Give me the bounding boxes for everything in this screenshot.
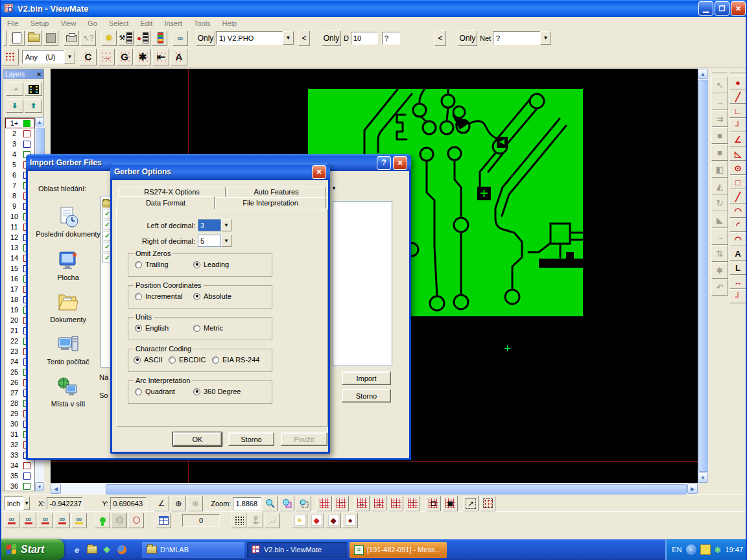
taskbar-task-messenger[interactable]: ≡ [191-482-091] - Mess... [350,542,447,558]
menu-item[interactable]: Tools [188,18,217,29]
scroll-right-icon[interactable]: ▶ [687,484,698,494]
radio-metric[interactable]: Metric [193,324,223,332]
layer-color-swatch[interactable] [23,120,30,127]
save-file-button[interactable] [43,30,58,46]
angle-measure-button[interactable]: ∠ [154,496,169,511]
dcode-filter-input[interactable]: ? [382,32,400,45]
layer-scroll-thumb[interactable] [36,128,45,158]
language-indicator[interactable]: EN [672,546,682,554]
layer-color-swatch[interactable] [23,483,30,490]
quicklaunch-folder-icon[interactable] [86,544,98,556]
radio-trailing[interactable]: Trailing [135,261,169,268]
radio-ascii[interactable]: ASCII [134,356,163,364]
layers-panel-titlebar[interactable]: Layers ✕ [3,69,43,79]
zoom-input[interactable]: 1.8868 [233,497,261,510]
pan-left-icon[interactable]: ← [354,496,370,511]
grid-origin-button[interactable]: ◻ [425,496,441,511]
layer-row[interactable]: 2 [5,128,34,139]
layer-row[interactable]: 36 [5,481,34,491]
quicklaunch-book-icon[interactable]: ❖ [101,544,113,556]
net-combo[interactable]: ? ▼ [493,31,551,45]
film-dcode-button[interactable]: ● [135,30,150,46]
view-menu-arrow-icon[interactable]: ▼ [331,185,337,191]
move-feature-tool-button[interactable]: → [711,228,728,245]
minimize-button[interactable]: ▁ [698,1,713,16]
view-pads-icon[interactable]: ∞ [4,513,19,528]
layer-row[interactable]: 34 [5,460,34,471]
radio-quadrant[interactable]: Quadrant [135,388,175,395]
new-file-button[interactable] [9,30,25,46]
toolbar-grip[interactable] [712,71,728,73]
arc-segment-tool-button[interactable]: ◜ [729,218,746,232]
layer-color-swatch[interactable] [23,462,30,469]
menu-item[interactable]: Select [103,18,135,29]
dcode-text-tool-button[interactable]: A [171,49,187,65]
radio-eia-rs244[interactable]: EIA RS-244 [212,356,259,364]
place-desktop[interactable]: Plocha [36,250,101,281]
ok-button[interactable]: OK [173,432,222,446]
mirror-vertical-tool-button[interactable]: ◭ [711,178,728,194]
grid-snap-button[interactable]: ▫ [333,496,349,511]
rectangle-tool-button[interactable]: □ [729,175,746,189]
gerber-dialog-titlebar[interactable]: Gerber Options ✕ [110,163,330,180]
layer-scroll-down-icon[interactable]: ▼ [35,482,44,491]
fill-layer-tool-button[interactable]: ■ [711,144,728,161]
diagonal-trace-tool-button[interactable]: ╱ [729,189,746,204]
prev-dcode-button[interactable]: < [434,30,446,46]
layer-row[interactable]: 1+ [5,118,34,128]
layer-color-swatch[interactable] [23,472,30,480]
dcode-c-tool-button[interactable]: C [80,49,97,65]
canvas-vscrollbar[interactable]: ▲ ▼ [698,69,708,483]
scroll-down-icon[interactable]: ▼ [698,472,708,483]
origin-button[interactable]: ⊕ [171,496,186,511]
layer-color-swatch[interactable] [23,130,30,137]
only-dcode-button[interactable]: Only [322,30,341,46]
tab-rs274x-options[interactable]: RS274-X Options [118,187,226,197]
chevron-down-icon[interactable]: ▼ [64,50,75,64]
place-network[interactable]: Místa v síti [36,376,101,408]
relative-origin-button[interactable]: ⊛ [187,496,203,511]
anchor-button[interactable] [248,513,263,528]
context-help-button[interactable]: ↖? [80,30,96,46]
quicklaunch-ie-icon[interactable]: e [71,544,83,556]
only-layer-button[interactable]: Only [196,30,215,46]
radio-leading[interactable]: Leading [193,261,229,268]
right-of-decimal-combo[interactable]: 5 ▼ [198,235,231,247]
cancel-button[interactable]: Storno [228,432,274,446]
chevron-down-icon[interactable]: ▼ [221,219,231,231]
hscroll-thumb[interactable] [106,484,687,495]
tab-auto-features[interactable]: Auto Features [227,187,326,197]
dot-grid-button[interactable] [231,513,246,528]
label-tool-button[interactable]: L [729,261,746,275]
open-file-button[interactable] [26,30,42,46]
menu-item[interactable]: File [1,18,25,29]
radio-absolute[interactable]: Absolute [193,292,231,300]
zoom-tool-button[interactable] [262,496,278,511]
dcode-flash-tool-button[interactable]: ✱ [134,49,151,65]
redraw-button[interactable]: ✸ [101,30,117,46]
step-repeat-tool-button[interactable]: ⇅ [711,245,728,262]
dcode-input[interactable]: 10 [351,32,378,45]
quicklaunch-firefox-icon[interactable] [115,544,128,556]
tray-flower-icon[interactable]: ✱ [715,545,722,555]
pattern-dot-icon[interactable]: ● [342,513,358,528]
rotate-tool-button[interactable]: ↻ [711,194,728,211]
dialog-close-button[interactable]: ✕ [312,165,326,179]
layer-scroll-up-icon[interactable]: ▲ [35,117,44,126]
dimension-tool-button[interactable]: ↔ [729,275,746,289]
measure-distance-button[interactable]: ↗ [463,496,479,511]
only-net-button[interactable]: Only [458,30,477,46]
pattern-diamond-icon[interactable]: ◆ [309,513,324,528]
triangle-tool-button[interactable]: ◺ [729,146,746,161]
import-button[interactable]: Import [342,371,391,385]
hide-icons-chevron-icon[interactable]: ‹ [686,544,696,555]
grid-offset-button[interactable]: ◼ [442,496,458,511]
view-options-button[interactable]: ∞ [172,30,188,46]
pan-up-icon[interactable]: ↑ [405,496,420,511]
print-button[interactable] [64,30,79,46]
place-my-computer[interactable]: Tento počítač [36,334,101,366]
prev-layer-button[interactable]: < [298,30,310,46]
scroll-left-icon[interactable]: ◀ [51,484,61,494]
place-documents[interactable]: Dokumenty [36,292,101,323]
bend-tool-button[interactable]: ┘ [729,289,746,303]
